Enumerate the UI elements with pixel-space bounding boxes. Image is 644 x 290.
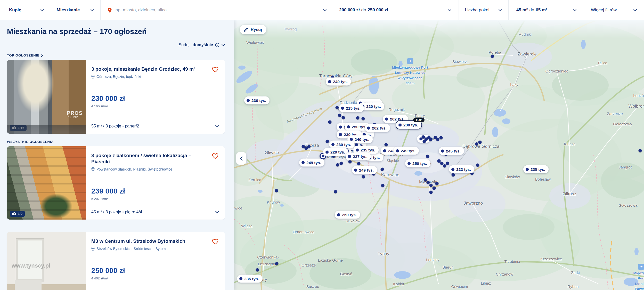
chevron-down-icon[interactable] [323,9,327,11]
listing-photo[interactable]: PROSR.E.INV 1/16 [7,60,86,134]
map-dot-marker[interactable] [336,106,339,109]
map-dot-marker[interactable] [357,162,361,165]
map-town-label: Oświęcim [451,284,468,289]
map-dot-marker[interactable] [328,120,332,124]
map-dot-marker[interactable] [433,187,436,190]
marker-price-label: 249 tys. [306,160,321,165]
airplane-icon: ✈ [638,264,644,270]
map-dot-marker[interactable] [362,117,365,120]
map-price-marker[interactable]: 249 tys. [394,147,419,155]
map-dot-marker[interactable] [336,163,339,167]
listing-title[interactable]: 3 pokoje z balkonem / świetna lokalizacj… [91,152,219,165]
listing-photo[interactable]: 1/9 [7,146,86,220]
map-price-marker[interactable]: 245 tys. [439,147,464,155]
map-town-label: Mikołów [346,219,360,223]
map-dot-marker[interactable] [342,116,345,119]
map-price-marker[interactable]: 250 tys. [405,159,430,167]
listing-card[interactable]: PROSR.E.INV 1/16 3 pokoje, mieszkanie Bę… [7,60,225,134]
map-dot-marker[interactable] [356,116,360,120]
chevron-down-icon[interactable] [215,125,219,127]
marker-dot-icon [347,125,350,128]
location-search-field[interactable] [100,0,332,20]
map-price-marker[interactable]: 202 tys. [365,124,390,132]
map-dot-marker[interactable] [334,190,337,194]
listing-title[interactable]: 3 pokoje, mieszkanie Będzin Grodziec, 49… [91,66,219,72]
map-price-marker[interactable]: 215 tys. [339,104,364,112]
collapse-panel-button[interactable] [236,152,246,165]
map-dot-marker[interactable] [436,138,439,141]
listing-title[interactable]: M3 w Centrum ul. Strzelców Bytomskich [91,238,219,244]
sort-dropdown[interactable]: Sortuj: domyślnie [179,43,225,47]
map-dot-marker[interactable] [639,149,642,152]
top-listing-section-link[interactable]: TOP OGŁOSZENIE [7,53,225,57]
map-price-marker[interactable]: 230 tys. [244,96,270,104]
property-type-dropdown[interactable]: Mieszkanie [50,0,100,20]
map-price-marker[interactable]: 227 tys. [346,152,371,160]
map-dot-marker[interactable] [452,173,455,177]
map-dot-marker[interactable] [275,189,278,192]
airport-label-krakow: ✈ MiędzynaPort LotniczPawła II Kra [633,264,644,290]
map-dot-marker[interactable] [340,162,343,165]
map-dot-marker[interactable] [429,184,433,187]
marker-dot-icon [383,149,386,152]
map-price-marker[interactable]: 235 tys. [523,165,549,173]
transaction-type-dropdown[interactable]: Kupię [0,0,50,20]
map-price-marker[interactable]: 235 tys. [237,275,262,283]
map-dot-marker[interactable] [475,142,478,146]
map-dot-marker[interactable] [348,160,352,164]
map-dot-marker[interactable] [443,164,446,168]
map-dot-marker[interactable] [307,145,311,148]
sort-value: domyślnie [193,43,213,47]
price-range-dropdown[interactable]: 200 000 złdo250 000 zł [332,0,459,20]
map-town-label: Leszczyny [258,262,276,266]
map-dot-marker[interactable] [381,168,384,171]
divider [7,45,173,45]
favorite-heart-button[interactable] [211,66,220,75]
map-dot-marker[interactable] [427,181,430,184]
chevron-down-icon[interactable] [215,211,219,213]
map-dot-marker[interactable] [440,162,444,165]
map-dot-marker[interactable] [426,155,429,158]
location-search-input[interactable] [115,7,320,13]
map-dot-marker[interactable] [446,162,449,165]
map-price-marker[interactable]: 249 tys. [352,166,377,174]
listing-photo[interactable]: www.tynscy.pl [7,232,86,290]
map-dot-marker[interactable] [256,268,259,272]
draw-area-button[interactable]: Rysuj [240,25,266,34]
listing-details-row: 55 m² • 3 pokoje • parter/2 [91,124,219,129]
map-price-marker[interactable]: 240 tys. [326,78,351,86]
map-dot-marker[interactable] [338,114,341,117]
listing-card[interactable]: www.tynscy.pl M3 w Centrum ul. Strzelców… [7,232,225,290]
map-price-marker[interactable]: 222 tys. [449,165,474,173]
map-dot-marker[interactable] [439,136,443,140]
map-dot-marker[interactable] [326,140,329,143]
map-price-marker[interactable]: 230 tys.TOP [396,120,422,130]
favorite-heart-button[interactable] [211,238,220,247]
map-canvas[interactable]: TworógWielowieśRudnikiPorębaZawiercieSie… [234,20,644,290]
map-dot-marker[interactable] [275,262,279,265]
favorite-heart-button[interactable] [211,152,220,161]
map-dot-marker[interactable] [381,184,385,187]
map-dot-marker[interactable] [385,143,388,147]
more-filters-dropdown[interactable]: Więcej filtrów [584,0,644,20]
map-dot-marker[interactable] [429,191,433,194]
map-dot-marker[interactable] [476,164,479,167]
listing-card[interactable]: 1/9 3 pokoje z balkonem / świetna lokali… [7,146,225,220]
map-dot-marker[interactable] [362,175,365,179]
area-range-dropdown[interactable]: 45 m²do65 m² [508,0,584,20]
map-dot-marker[interactable] [491,55,494,58]
map-dot-marker[interactable] [423,140,426,143]
rooms-count-dropdown[interactable]: Liczba pokoi [459,0,508,20]
map-dot-marker[interactable] [478,141,482,144]
info-icon[interactable] [215,43,219,47]
map-dot-marker[interactable] [424,178,427,182]
map-town-label: Chrzanów [496,272,513,276]
map-price-marker[interactable]: 249 tys. [299,159,324,167]
map-selected-marker[interactable] [322,155,324,157]
map-dot-marker[interactable] [429,138,433,141]
map-price-marker[interactable]: 229 tys. [323,148,348,156]
map-town-label: Wolbrom [628,104,644,109]
map-price-marker[interactable]: 250 tys. [335,211,360,219]
map-price-marker[interactable]: 230 tys. [329,141,354,149]
map-dot-marker[interactable] [435,182,439,186]
